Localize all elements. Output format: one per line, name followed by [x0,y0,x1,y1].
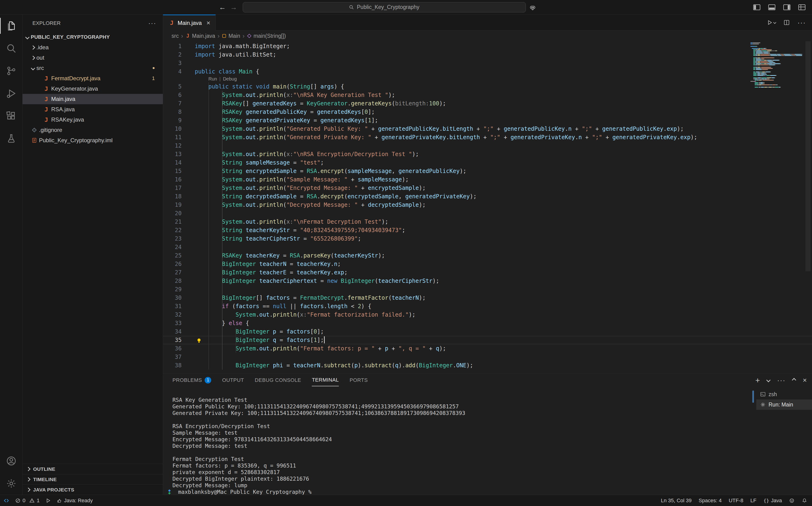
tree-root[interactable]: PUBLIC_KEY_CRYPTOGRAPHY [22,32,163,42]
code-line-37[interactable]: 37 [163,353,812,361]
code-line-11[interactable]: 11 System.out.println("Generated Private… [163,133,812,142]
code-line-12[interactable]: 12 [163,142,812,150]
sidebar-section-java-projects[interactable]: JAVA PROJECTS [22,484,163,495]
code-line-13[interactable]: 13 System.out.println(x:"\nRSA Encryptio… [163,150,812,158]
tree-item-keygenerator-java[interactable]: JKeyGenerator.java [22,84,163,94]
codelens-debug[interactable]: Debug [223,76,237,81]
activitybar-run-debug[interactable] [0,82,22,105]
remote-indicator[interactable] [3,498,9,504]
tree-item--gitignore[interactable]: .gitignore [22,125,163,135]
code-line-3[interactable]: 3 [163,59,812,67]
panel-tab-debug-console[interactable]: DEBUG CONSOLE [255,374,301,386]
code-line-36[interactable]: 36 System.out.println("Fermat factors: p… [163,344,812,353]
minimap[interactable] [750,41,802,88]
code-line-31[interactable]: 31 if (factors == null || factors.length… [163,302,812,311]
panel-tab-problems[interactable]: PROBLEMS 1 [173,374,211,386]
nav-forward-icon[interactable]: → [228,3,240,11]
code-line-5[interactable]: 5 public static void main(String[] args)… [163,82,812,91]
code-line-19[interactable]: 19 System.out.println("Decrypted Message… [163,201,812,209]
panel-tab-output[interactable]: OUTPUT [222,374,244,386]
close-tab-icon[interactable]: × [207,19,210,27]
maximize-panel-icon[interactable] [792,378,796,382]
code-line-7[interactable]: 7 RSAKey[] generatedKeys = KeyGenerator.… [163,99,812,108]
terminal-output[interactable]: RSA Key Generation TestGenerated Public … [163,386,756,495]
code-line-15[interactable]: 15 String encryptedSample = RSA.encrypt(… [163,167,812,175]
toggle-panel-icon[interactable] [768,4,776,11]
activitybar-explorer[interactable] [0,14,22,37]
code-line-25[interactable]: 25 RSAKey teacherKey = RSA.parseKey(teac… [163,251,812,260]
new-terminal-icon[interactable]: + [755,376,760,384]
editor[interactable]: 1import java.math.BigInteger;2import jav… [163,41,812,373]
nav-back-icon[interactable]: ← [217,3,228,11]
toggle-sidebar-left-icon[interactable] [753,4,761,11]
code-line-26[interactable]: 26 BigInteger teacherN = teacherKey.n; [163,260,812,268]
command-center-search[interactable]: Public_Key_Cryptography [243,2,526,12]
notifications[interactable] [802,498,807,503]
split-editor-icon[interactable] [783,19,790,26]
close-panel-icon[interactable]: × [803,377,807,384]
toggle-sidebar-right-icon[interactable] [783,4,791,11]
tree-item-fermatdecrypt-java[interactable]: JFermatDecrypt.java1 [22,73,163,84]
tab-main-java[interactable]: J Main.java × [163,14,216,30]
language-mode[interactable]: {} Java [763,498,782,504]
code-line-35[interactable]: 35 BigInteger q = factors[1]; [163,336,812,344]
feedback[interactable] [789,498,795,503]
code-line-33[interactable]: 33 } else { [163,319,812,327]
breadcrumb-file[interactable]: J Main.java [185,33,215,39]
code-line-24[interactable]: 24 [163,243,812,251]
activitybar-source-control[interactable] [0,60,22,82]
breadcrumb-method[interactable]: main(String[]) [247,33,286,39]
code-line-23[interactable]: 23 String teacherCipherStr = "6552268063… [163,235,812,243]
chevron-down-icon[interactable] [766,378,771,382]
code-line-18[interactable]: 18 String decryptedSample = RSA.decrypt(… [163,192,812,201]
tree-item-rsa-java[interactable]: JRSA.java [22,104,163,114]
sidebar-section-outline[interactable]: OUTLINE [22,464,163,474]
copilot-icon[interactable] [529,4,536,11]
editor-more-actions-icon[interactable]: ··· [798,18,806,26]
cursor-position[interactable]: Ln 35, Col 39 [661,498,692,504]
tree-item-src[interactable]: src• [22,63,163,73]
code-line-32[interactable]: 32 System.out.println(x:"Fermat factoriz… [163,311,812,319]
code-line-16[interactable]: 16 System.out.println("Sample Message: "… [163,175,812,184]
editor-scrollbar[interactable] [805,41,811,271]
eol-sequence[interactable]: LF [750,498,756,504]
code-line-27[interactable]: 27 BigInteger teacherE = teacherKey.exp; [163,268,812,277]
code-line-4[interactable]: 4public class Main { [163,67,812,76]
panel-tab-terminal[interactable]: TERMINAL [312,374,339,386]
code-line-9[interactable]: 9 RSAKey generatedPrivateKey = generated… [163,116,812,124]
panel-tab-ports[interactable]: PORTS [350,374,368,386]
activitybar-settings[interactable] [0,472,22,495]
code-line-22[interactable]: 22 String teacherKeyStr = "40;8324543975… [163,226,812,235]
breadcrumb-class[interactable]: Main [222,33,240,39]
code-line-1[interactable]: 1import java.math.BigInteger; [163,42,812,51]
tree-item--idea[interactable]: .idea [22,42,163,53]
code-line-20[interactable]: 20 [163,209,812,218]
terminal-tab-zsh[interactable]: zsh [756,389,812,400]
explorer-more-actions-icon[interactable]: ··· [148,19,156,27]
indentation[interactable]: Spaces: 4 [699,498,722,504]
code-line-2[interactable]: 2import java.util.BitSet; [163,51,812,59]
code-line-34[interactable]: 34 BigInteger p = factors[0]; [163,327,812,336]
activitybar-search[interactable] [0,37,22,60]
code-line-21[interactable]: 21 System.out.println(x:"\nFermat Decryp… [163,218,812,226]
codelens-run[interactable]: Run [208,76,217,81]
terminal-tab-run-main[interactable]: Run: Main [756,400,812,410]
activitybar-extensions[interactable] [0,105,22,127]
run-status[interactable] [45,498,51,503]
code-line-17[interactable]: 17 System.out.println("Encrypted Message… [163,184,812,192]
breadcrumb-src[interactable]: src [172,33,179,39]
panel-more-actions-icon[interactable]: ··· [777,376,786,384]
run-java-button[interactable] [767,19,776,25]
code-line-28[interactable]: 28 BigInteger teacherCiphertext = new Bi… [163,277,812,285]
tree-item-rsakey-java[interactable]: JRSAKey.java [22,114,163,125]
code-line-38[interactable]: 38 BigInteger phi = teacherN.subtract(p)… [163,361,812,370]
tree-item-main-java[interactable]: JMain.java [22,94,163,104]
code-line-30[interactable]: 30 BigInteger[] factors = FermatDecrypt.… [163,293,812,302]
customize-layout-icon[interactable] [798,4,806,11]
code-line-6[interactable]: 6 System.out.println(x:"\nRSA Key Genera… [163,91,812,99]
activitybar-testing[interactable] [0,127,22,150]
tree-item-public-key-cryptography-iml[interactable]: Public_Key_Cryptography.iml [22,135,163,146]
code-area[interactable]: 1import java.math.BigInteger;2import jav… [163,41,812,373]
code-line-29[interactable]: 29 [163,285,812,293]
code-line-14[interactable]: 14 String sampleMessage = "test"; [163,158,812,167]
